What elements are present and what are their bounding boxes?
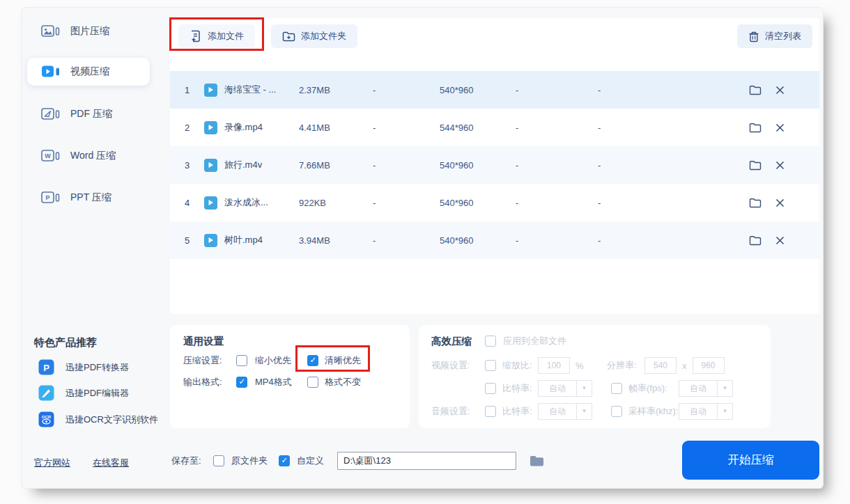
- sample-rate-checkbox: [611, 406, 622, 417]
- remove-file-icon[interactable]: [775, 123, 785, 132]
- file-name: 树叶.mp4: [224, 234, 263, 246]
- compression-ratio: -: [598, 85, 649, 95]
- add-file-label: 添加文件: [208, 30, 244, 42]
- sidebar-item-ppt-compress[interactable]: P PPT 压缩: [27, 184, 150, 212]
- remove-file-icon[interactable]: [775, 198, 785, 207]
- browse-folder-icon[interactable]: [530, 455, 544, 467]
- video-bitrate-label: 比特率:: [502, 382, 538, 395]
- row-number: 1: [185, 85, 204, 95]
- fps-checkbox: [611, 383, 622, 394]
- online-support-link[interactable]: 在线客服: [93, 457, 129, 469]
- product-ocr[interactable]: OCR 迅捷OCR文字识别软件: [38, 411, 158, 427]
- quality-first-label: 清晰优先: [325, 354, 361, 367]
- scale-unit: %: [575, 361, 607, 371]
- file-list-panel: 添加文件 添加文件夹 清空列表 编号 文件名称 原文件大小: [170, 18, 819, 314]
- play-icon: [204, 159, 217, 172]
- sidebar-item-video-compress[interactable]: 视频压缩: [27, 58, 150, 86]
- compressed-resolution: -: [516, 123, 598, 133]
- compressed-resolution: -: [516, 235, 598, 246]
- file-name: 录像.mp4: [224, 121, 263, 134]
- quality-first-checkbox[interactable]: [307, 355, 318, 366]
- sample-rate-dropdown: 自动: [679, 403, 733, 420]
- orig-size: 4.41MB: [299, 123, 373, 133]
- file-name: 海绵宝宝 - ...: [224, 84, 276, 96]
- shrink-first-checkbox[interactable]: [236, 355, 247, 366]
- advanced-compression-panel: 高效压缩 应用到全部文件 视频设置: 缩放比: 100 % 分辨率: 540 x…: [419, 325, 771, 428]
- trash-icon: [748, 31, 759, 42]
- mp4-format-label: MP4格式: [255, 376, 300, 388]
- compressed-resolution: -: [516, 85, 598, 95]
- remove-file-icon[interactable]: [775, 86, 785, 95]
- play-icon: [204, 121, 217, 134]
- clear-list-button[interactable]: 清空列表: [737, 24, 812, 48]
- compression-ratio: -: [598, 160, 649, 171]
- compression-setting-label: 压缩设置:: [183, 354, 236, 367]
- sidebar-item-image-compress[interactable]: 图片压缩: [27, 17, 150, 45]
- chevron-down-icon: [576, 404, 592, 419]
- apply-all-label: 应用到全部文件: [503, 335, 566, 347]
- compressed-size: -: [373, 85, 440, 95]
- product-label: 迅捷OCR文字识别软件: [65, 414, 158, 426]
- pdf-compress-icon: [41, 107, 61, 121]
- sidebar-item-label: 图片压缩: [70, 25, 109, 38]
- sidebar-item-word-compress[interactable]: W Word 压缩: [27, 142, 150, 170]
- table-row: 3 旅行.m4v 7.66MB - 540*960 - -: [170, 146, 819, 184]
- word-compress-icon: W: [41, 149, 61, 163]
- output-format-label: 输出格式:: [183, 376, 236, 388]
- general-settings-panel: 通用设置 压缩设置: 缩小优先 清晰优先 输出格式: MP4格式 格式不变: [170, 325, 410, 428]
- sidebar-item-label: PDF 压缩: [70, 108, 112, 120]
- ppt-compress-icon: P: [41, 191, 61, 205]
- row-number: 3: [185, 160, 204, 171]
- table-row: 5 树叶.mp4 3.94MB - 540*960 - -: [170, 221, 819, 259]
- clear-list-label: 清空列表: [765, 30, 801, 42]
- product-pdf-editor[interactable]: 迅捷PDF编辑器: [38, 385, 129, 401]
- orig-resolution: 544*960: [440, 123, 516, 133]
- open-folder-icon[interactable]: [749, 198, 762, 208]
- play-icon: [204, 84, 217, 97]
- add-folder-button[interactable]: 添加文件夹: [271, 24, 357, 48]
- orig-size: 3.94MB: [299, 235, 373, 246]
- open-folder-icon[interactable]: [749, 123, 762, 133]
- add-folder-icon: [282, 31, 295, 42]
- open-folder-icon[interactable]: [749, 160, 762, 171]
- scale-checkbox: [485, 360, 496, 371]
- ocr-icon: OCR: [38, 411, 54, 427]
- compressed-size: -: [373, 123, 440, 133]
- save-path-input[interactable]: [337, 452, 516, 470]
- mp4-format-checkbox[interactable]: [236, 377, 247, 388]
- remove-file-icon[interactable]: [775, 236, 785, 245]
- sidebar-item-label: PPT 压缩: [70, 191, 111, 204]
- file-list: 1 海绵宝宝 - ... 2.37MB - 540*960 - - 2 录像.m…: [170, 71, 819, 259]
- row-number: 5: [185, 235, 204, 246]
- compression-ratio: -: [598, 198, 649, 208]
- svg-text:OCR: OCR: [42, 415, 52, 419]
- keep-format-checkbox[interactable]: [307, 377, 318, 388]
- chevron-down-icon: [717, 381, 732, 396]
- product-pdf-converter[interactable]: P 迅捷PDF转换器: [38, 359, 129, 375]
- original-folder-label: 原文件夹: [231, 455, 279, 467]
- video-compress-icon: [41, 65, 61, 79]
- start-compress-button[interactable]: 开始压缩: [682, 441, 819, 480]
- custom-folder-checkbox[interactable]: [279, 455, 290, 466]
- sidebar-item-pdf-compress[interactable]: PDF 压缩: [27, 100, 150, 128]
- orig-resolution: 540*960: [440, 160, 516, 171]
- apply-all-checkbox: [485, 336, 496, 347]
- row-number: 4: [185, 198, 204, 208]
- fps-dropdown: 自动: [679, 380, 733, 397]
- file-name: 旅行.m4v: [224, 159, 262, 171]
- play-icon: [204, 196, 217, 210]
- remove-file-icon[interactable]: [775, 161, 785, 170]
- add-file-button[interactable]: 添加文件: [178, 24, 255, 48]
- sidebar-item-label: Word 压缩: [70, 150, 116, 162]
- audio-bitrate-dropdown: 自动: [538, 403, 592, 420]
- table-row: 1 海绵宝宝 - ... 2.37MB - 540*960 - -: [170, 71, 819, 109]
- table-row: 4 泼水成冰... 922KB - 540*960 - -: [170, 184, 819, 221]
- general-settings-title: 通用设置: [183, 335, 224, 348]
- open-folder-icon[interactable]: [749, 85, 762, 95]
- official-website-link[interactable]: 官方网站: [34, 457, 70, 469]
- original-folder-checkbox[interactable]: [213, 455, 224, 466]
- open-folder-icon[interactable]: [749, 235, 762, 246]
- image-compress-icon: [41, 24, 61, 38]
- svg-text:W: W: [45, 152, 51, 159]
- sample-rate-label: 采样率(khz):: [628, 405, 679, 418]
